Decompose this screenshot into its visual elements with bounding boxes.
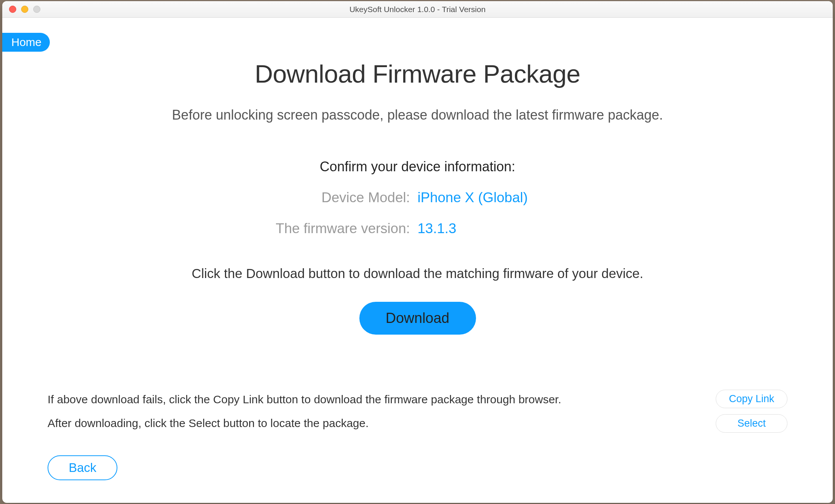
footer-line1: If above download fails, click the Copy …	[48, 387, 561, 411]
maximize-icon[interactable]	[33, 6, 40, 13]
page-title: Download Firmware Package	[2, 59, 833, 88]
app-window: UkeySoft Unlocker 1.0.0 - Trial Version …	[2, 1, 833, 503]
device-model-row: Device Model: iPhone X (Global)	[2, 190, 833, 206]
side-buttons: Copy Link Select	[716, 390, 787, 433]
firmware-version-row: The firmware version: 13.1.3	[2, 221, 833, 237]
footer-area: If above download fails, click the Copy …	[48, 387, 787, 435]
footer-text: If above download fails, click the Copy …	[48, 387, 561, 435]
titlebar: UkeySoft Unlocker 1.0.0 - Trial Version	[2, 1, 833, 18]
traffic-lights	[2, 6, 40, 13]
home-button[interactable]: Home	[2, 33, 50, 52]
close-icon[interactable]	[9, 6, 16, 13]
minimize-icon[interactable]	[21, 6, 28, 13]
main-panel: Download Firmware Package Before unlocki…	[2, 18, 833, 335]
confirm-heading: Confirm your device information:	[2, 159, 833, 175]
firmware-version-value[interactable]: 13.1.3	[417, 221, 576, 237]
copy-link-button[interactable]: Copy Link	[716, 390, 787, 408]
device-model-label: Device Model:	[259, 190, 417, 206]
select-button[interactable]: Select	[716, 414, 787, 433]
firmware-version-label: The firmware version:	[259, 221, 417, 237]
page-subtitle: Before unlocking screen passcode, please…	[2, 107, 833, 123]
download-hint: Click the Download button to download th…	[2, 266, 833, 281]
download-button[interactable]: Download	[359, 302, 476, 335]
footer-line2: After downloading, click the Select butt…	[48, 411, 561, 435]
back-button[interactable]: Back	[48, 455, 117, 480]
device-model-value[interactable]: iPhone X (Global)	[417, 190, 576, 206]
content-area: Home Download Firmware Package Before un…	[2, 18, 833, 503]
window-title: UkeySoft Unlocker 1.0.0 - Trial Version	[350, 5, 486, 14]
